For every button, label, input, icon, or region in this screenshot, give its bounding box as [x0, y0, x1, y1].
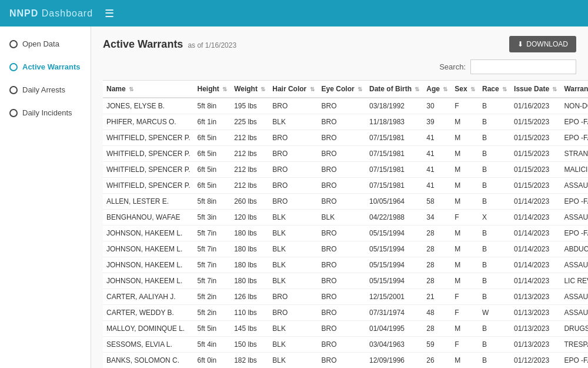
col-sex[interactable]: Sex ⇅ [451, 81, 479, 98]
cell-eye: BRO [318, 337, 366, 353]
col-eye_color[interactable]: Eye Color ⇅ [318, 81, 366, 98]
cell-charge: ASSAULT: ON FAMILY MEMBER [560, 305, 588, 321]
table-row: SESSOMS, ELVIA L.5ft 4in150 lbsBLKBRO03/… [103, 337, 588, 353]
cell-eye: BRO [318, 98, 366, 114]
cell-dob: 12/09/1996 [366, 353, 423, 369]
cell-weight: 212 lbs [230, 130, 269, 146]
sidebar-item-open-data[interactable]: Open Data [0, 32, 91, 55]
cell-height: 6ft 5in [193, 162, 230, 178]
cell-name: ALLEN, LESTER E. [103, 194, 193, 210]
menu-icon[interactable]: ☰ [105, 7, 114, 20]
col-race[interactable]: Race ⇅ [479, 81, 510, 98]
col-age[interactable]: Age ⇅ [423, 81, 451, 98]
cell-issue_date: 01/14/2023 [510, 226, 560, 241]
sort-icon: ⇅ [222, 86, 227, 92]
cell-charge: NON-DOMESTIC EPO [560, 98, 588, 114]
cell-dob: 03/04/1963 [366, 337, 423, 353]
cell-hair: BRO [269, 178, 318, 194]
cell-height: 5ft 3in [193, 210, 230, 226]
table-row: WHITFIELD, SPENCER P.6ft 5in212 lbsBROBR… [103, 178, 588, 194]
table-row: JOHNSON, HAKEEM L.5ft 7in180 lbsBLKBRO05… [103, 226, 588, 241]
cell-hair: BLK [269, 257, 318, 273]
cell-hair: BRO [269, 162, 318, 178]
cell-name: PHIFER, MARCUS O. [103, 114, 193, 130]
cell-charge: EPO -FAMILY ABUSE [560, 226, 588, 241]
cell-name: BANKS, SOLOMON C. [103, 353, 193, 369]
table-row: JONES, ELYSE B.5ft 8in195 lbsBROBRO03/18… [103, 98, 588, 114]
cell-charge: EPO -FAMILY ABUSE [560, 194, 588, 210]
cell-issue_date: 01/14/2023 [510, 241, 560, 257]
cell-name: WHITFIELD, SPENCER P. [103, 146, 193, 162]
cell-age: 41 [423, 130, 451, 146]
cell-sex: M [451, 162, 479, 178]
col-dob[interactable]: Date of Birth ⇅ [366, 81, 423, 98]
cell-charge: ABDUCTION: BY FORCE, INTIMIDATION OR DEC… [560, 241, 588, 257]
cell-height: 5ft 4in [193, 337, 230, 353]
table-row: WHITFIELD, SPENCER P.6ft 5in212 lbsBROBR… [103, 146, 588, 162]
cell-weight: 212 lbs [230, 146, 269, 162]
cell-height: 6ft 1in [193, 114, 230, 130]
page-subtitle: as of 1/16/2023 [188, 41, 236, 49]
cell-height: 6ft 0in [193, 353, 230, 369]
table-row: ALLEN, LESTER E.5ft 8in260 lbsBROBRO10/0… [103, 194, 588, 210]
app-header: NNPD Dashboard ☰ [0, 0, 588, 26]
cell-issue_date: 01/13/2023 [510, 337, 560, 353]
sidebar-item-daily-incidents[interactable]: Daily Incidents [0, 101, 91, 124]
cell-weight: 180 lbs [230, 241, 269, 257]
cell-issue_date: 01/14/2023 [510, 194, 560, 210]
col-issue_date[interactable]: Issue Date ⇅ [510, 81, 560, 98]
cell-eye: BRO [318, 305, 366, 321]
search-input[interactable] [470, 59, 576, 74]
download-button[interactable]: ⬇ DOWNLOAD [509, 36, 576, 52]
cell-race: B [479, 98, 510, 114]
circle-icon [9, 40, 18, 48]
cell-charge: EPO -FAMILY ABUSE [560, 114, 588, 130]
cell-hair: BRO [269, 98, 318, 114]
cell-eye: BRO [318, 289, 366, 305]
cell-dob: 07/15/1981 [366, 130, 423, 146]
cell-sex: M [451, 257, 479, 273]
table-row: JOHNSON, HAKEEM L.5ft 7in180 lbsBLKBRO05… [103, 241, 588, 257]
cell-name: JOHNSON, HAKEEM L. [103, 241, 193, 257]
cell-weight: 212 lbs [230, 162, 269, 178]
cell-weight: 110 lbs [230, 305, 269, 321]
cell-height: 6ft 5in [193, 178, 230, 194]
cell-race: B [479, 146, 510, 162]
cell-eye: BRO [318, 194, 366, 210]
cell-weight: 120 lbs [230, 210, 269, 226]
cell-age: 28 [423, 257, 451, 273]
cell-name: JOHNSON, HAKEEM L. [103, 226, 193, 241]
cell-age: 41 [423, 162, 451, 178]
cell-charge: EPO -FAMILY ABUSE [560, 353, 588, 369]
main-content: Active Warrants as of 1/16/2023 ⬇ DOWNLO… [91, 26, 588, 368]
cell-height: 5ft 7in [193, 226, 230, 241]
search-row: Search: [103, 59, 576, 74]
sort-icon: ⇅ [552, 86, 557, 92]
col-warrant_charge[interactable]: Warrant Charge ⇅ [560, 81, 588, 98]
col-height[interactable]: Height ⇅ [193, 81, 230, 98]
sidebar-item-active-warrants[interactable]: Active Warrants [0, 55, 91, 78]
cell-sex: M [451, 130, 479, 146]
cell-eye: BRO [318, 162, 366, 178]
sort-icon: ⇅ [260, 86, 265, 92]
cell-race: W [479, 305, 510, 321]
table-body: JONES, ELYSE B.5ft 8in195 lbsBROBRO03/18… [103, 98, 588, 368]
col-name[interactable]: Name ⇅ [103, 81, 193, 98]
col-weight[interactable]: Weight ⇅ [230, 81, 269, 98]
table-row: BANKS, SOLOMON C.6ft 0in182 lbsBLKBRO12/… [103, 353, 588, 369]
cell-race: B [479, 114, 510, 130]
table-row: CARTER, WEDDY B.5ft 2in110 lbsBROBRO07/3… [103, 305, 588, 321]
cell-dob: 05/15/1994 [366, 257, 423, 273]
cell-issue_date: 01/16/2023 [510, 98, 560, 114]
cell-dob: 07/31/1974 [366, 305, 423, 321]
cell-name: MALLOY, DOMINQUE L. [103, 321, 193, 337]
cell-age: 21 [423, 289, 451, 305]
table-row: JOHNSON, HAKEEM L.5ft 7in180 lbsBLKBRO05… [103, 257, 588, 273]
search-label: Search: [439, 62, 466, 71]
cell-weight: 260 lbs [230, 194, 269, 210]
sort-icon: ⇅ [470, 86, 475, 92]
cell-weight: 126 lbs [230, 289, 269, 305]
cell-charge: ASSAULT: ON FAMILY MEMBER [560, 257, 588, 273]
col-hair_color[interactable]: Hair Color ⇅ [269, 81, 318, 98]
sidebar-item-daily-arrests[interactable]: Daily Arrests [0, 78, 91, 101]
